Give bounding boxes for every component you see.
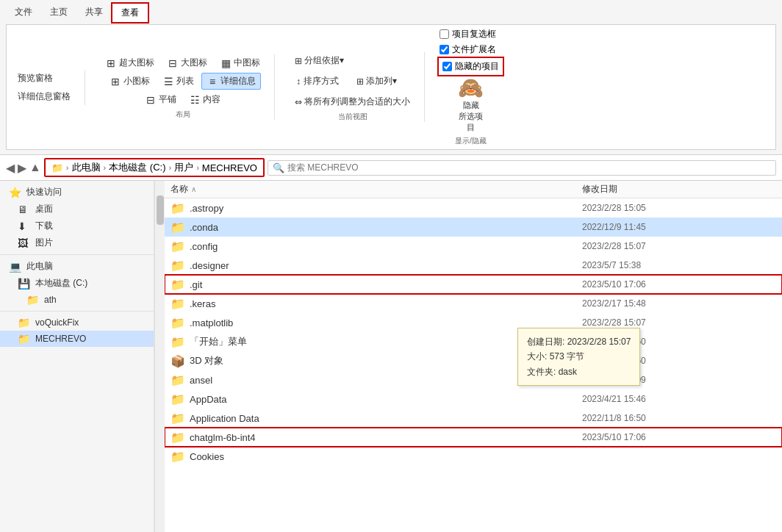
item-checkbox[interactable] [440,29,449,39]
ext-checkbox[interactable] [440,45,449,54]
group-by-icon: ⊞ [295,56,302,66]
extra-large-icon-btn[interactable]: ⊞ 超大图标 [100,54,159,71]
table-row[interactable]: 📁 .git 2023/5/10 17:06 [165,275,782,294]
tile-icon: ⊟ [145,94,157,106]
table-row[interactable]: 📁 .conda 2022/12/9 11:45 [165,218,782,237]
sidebar-item-voquickfix[interactable]: 📁 voQuickFix [0,314,154,331]
medium-icon-btn[interactable]: ▦ 中图标 [215,54,265,71]
breadcrumb-users[interactable]: 用户 [174,161,193,174]
address-bar: ◀ ▶ ▲ 📁 › 此电脑 › 本地磁盘 (C:) › 用户 › MECHREV… [0,155,782,181]
table-row[interactable]: 📁 chatglm-6b-int4 2023/5/10 17:06 [165,428,782,447]
layout-group-title: 布局 [176,109,190,120]
fit-cols-icon: ⇔ [295,97,302,107]
table-row[interactable]: 📁 .astropy 2023/2/28 15:05 [165,198,782,218]
fit-columns-btn[interactable]: ⇔ 将所有列调整为合适的大小 [290,93,415,110]
folder-icon: 📁 [171,316,185,330]
ribbon: 文件 主页 共享 查看 预览窗格 详细信息窗格 ⊞ 超大图标 [0,0,782,155]
file-date-cell: 2023/2/28 15:07 [582,317,776,328]
sidebar-scroll-thumb[interactable] [157,195,164,225]
list-btn[interactable]: ☰ 列表 [157,73,199,90]
details-pane-btn[interactable]: 详细信息窗格 [12,88,76,105]
search-icon: 🔍 [273,162,284,173]
table-row[interactable]: 📁 Application Data 2022/11/8 16:50 [165,409,782,428]
group-current-view: ⊞ 分组依据▾ ↕ 排序方式 ⊞ 添加列▾ [290,52,425,122]
table-row[interactable]: 📁 ansel 2022/12/3 22:09 [165,370,782,389]
table-row[interactable]: 📦 3D 对象 2022/11/8 16:50 [165,351,782,370]
hide-selected-btn[interactable]: 🙈 隐藏 所选项目 [452,74,490,134]
nav-back-btn[interactable]: ◀ [6,161,15,175]
tile-btn[interactable]: ⊟ 平铺 [140,91,182,108]
preview-pane-btn[interactable]: 预览窗格 [12,70,76,87]
table-row[interactable]: 📁 Cookies [165,447,782,466]
file-date-cell: 2022/11/8 16:50 [582,413,776,423]
search-input[interactable] [287,162,771,173]
table-row[interactable]: 📁 .keras 2023/2/17 15:48 [165,294,782,313]
panes-content: 预览窗格 详细信息窗格 [12,70,76,105]
breadcrumb-current[interactable]: MECHREVO [202,162,257,173]
sidebar-item-local-disk[interactable]: 💾 本地磁盘 (C:) [0,275,154,292]
extra-large-icon: ⊞ [105,57,117,69]
table-row[interactable]: 📁 .config 2023/2/28 15:07 [165,237,782,256]
hidden-checkbox-row: 隐藏的项目 [440,59,502,74]
file-name-cell: 📁 AppData [171,392,582,406]
current-view-title: 当前视图 [338,112,367,122]
quick-access-icon: ⭐ [9,187,22,198]
sidebar-item-ath[interactable]: 📁 ath [0,292,154,308]
group-panes: 预览窗格 详细信息窗格 [12,70,85,105]
breadcrumb-disk[interactable]: 本地磁盘 (C:) [109,161,165,174]
breadcrumb[interactable]: 📁 › 此电脑 › 本地磁盘 (C:) › 用户 › MECHREVO [44,158,265,177]
hidden-items-checkbox[interactable] [442,62,452,71]
small-icon-btn[interactable]: ⊞ 小图标 [104,73,155,90]
tab-file[interactable]: 文件 [6,3,41,23]
sort-btn[interactable]: ↕ 排序方式 [290,71,345,91]
this-pc-icon: 💻 [9,261,22,273]
panes-buttons: 预览窗格 详细信息窗格 [12,70,76,105]
breadcrumb-home-icon: 📁 [51,162,63,173]
file-list-header: 名称 ∧ 修改日期 [165,181,782,198]
file-date-cell: 2023/2/28 15:07 [582,241,776,251]
group-by-btn[interactable]: ⊞ 分组依据▾ [290,52,349,69]
nav-up-btn[interactable]: ▲ [29,161,41,174]
file-name-cell: 📁 Cookies [171,450,582,464]
large-icon-icon: ⊟ [167,57,179,69]
add-column-btn[interactable]: ⊞ 添加列▾ [351,73,402,90]
table-row[interactable]: 📁 AppData 2023/4/21 15:46 [165,389,782,409]
tab-view[interactable]: 查看 [112,3,148,23]
tab-share[interactable]: 共享 [76,3,112,23]
list-icon: ☰ [162,76,174,87]
breadcrumb-pc[interactable]: 此电脑 [72,161,101,174]
sidebar-item-download[interactable]: ⬇ 下载 [0,218,154,234]
folder-icon: 📁 [171,392,185,406]
layout-content: ⊞ 超大图标 ⊟ 大图标 ▦ 中图标 ⊞ 小图标 [100,54,265,108]
table-row[interactable]: 📁 「开始」菜单 2022/11/8 16:50 [165,332,782,351]
table-row[interactable]: 📁 .matplotlib 2023/2/28 15:07 [165,313,782,332]
nav-forward-btn[interactable]: ▶ [18,161,26,175]
details-view-btn[interactable]: ≡ 详细信息 [201,73,261,90]
file-list: 名称 ∧ 修改日期 📁 .astropy 2023/2/28 15:05 📁 .… [165,181,782,532]
col-date-header[interactable]: 修改日期 [582,183,776,195]
sidebar-item-desktop[interactable]: 🖥 桌面 [0,201,154,218]
sidebar-item-mechrevo[interactable]: 📁 MECHREVO [0,331,154,347]
file-name-cell: 📁 .designer [171,259,582,273]
file-name-cell: 📁 .config [171,240,582,254]
content-btn[interactable]: ☷ 内容 [184,91,226,108]
sort-arrow-icon: ∧ [191,185,196,193]
col-name-header[interactable]: 名称 ∧ [171,183,582,195]
sidebar-item-pictures[interactable]: 🖼 图片 [0,234,154,251]
sidebar-item-this-pc[interactable]: 💻 此电脑 [0,258,154,275]
search-box[interactable]: 🔍 [268,160,776,176]
group-show-hide: 项目复选框 文件扩展名 隐藏的项目 🙈 隐藏 所选项目 显示/隐藏 [440,28,511,146]
file-date-cell: 2023/5/7 15:38 [582,260,776,270]
add-col-icon: ⊞ [356,76,364,87]
sidebar-item-quick-access[interactable]: ⭐ 快速访问 [0,184,154,201]
file-name-cell: 📁 .astropy [171,201,582,215]
group-layout: ⊞ 超大图标 ⊟ 大图标 ▦ 中图标 ⊞ 小图标 [100,54,275,120]
folder-icon: 📁 [171,335,185,349]
file-name-cell: 📁 Application Data [171,411,582,425]
table-row[interactable]: 📁 .designer 2023/5/7 15:38 [165,256,782,275]
folder-icon: 📁 [171,220,185,234]
large-icon-btn[interactable]: ⊟ 大图标 [162,54,212,71]
tab-home[interactable]: 主页 [41,3,76,23]
folder-icon: 📁 [171,201,185,215]
sidebar-scrollbar[interactable] [154,181,165,532]
